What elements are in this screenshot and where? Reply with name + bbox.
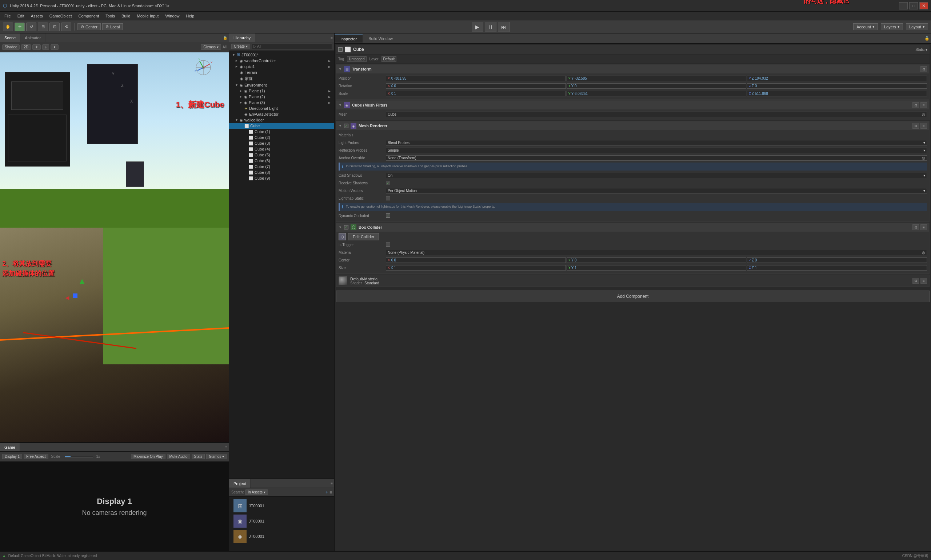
mesh-renderer-settings-icon[interactable]: ⚙ — [913, 123, 919, 129]
hierarchy-item-environment[interactable]: ▼ ◉ Environment — [229, 82, 334, 88]
hierarchy-item-plane3[interactable]: ► ◉ Plane (3) ► — [229, 100, 334, 105]
pos-z-input[interactable]: Z Z 194.932 — [747, 75, 927, 81]
tool-rotate[interactable]: ↺ — [26, 23, 36, 31]
hierarchy-item-dirlight[interactable]: ☀ Directional Light — [229, 105, 334, 111]
layer-dropdown[interactable]: Default — [382, 56, 397, 62]
gizmos-dropdown[interactable]: Gizmos ▾ — [201, 45, 221, 50]
maximize-on-play-btn[interactable]: Maximize On Play — [131, 454, 165, 459]
hierarchy-item-weathercontroller[interactable]: ► ◉ weatherController ► — [229, 58, 334, 64]
stats-btn[interactable]: Stats — [192, 454, 205, 459]
rot-y-input[interactable]: Y Y 0 — [566, 83, 746, 89]
menu-file[interactable]: File — [2, 13, 14, 19]
edit-collider-btn[interactable]: Edit Collider — [348, 233, 379, 240]
anchor-override-dropdown[interactable]: None (Transform) ◎ — [386, 155, 927, 161]
project-item-prefab[interactable]: ◉ JT00001 — [232, 514, 331, 529]
tab-game[interactable]: Game — [0, 443, 20, 451]
hierarchy-item-cube1[interactable]: ⬜ Cube (1) — [229, 129, 334, 135]
hierarchy-search-input[interactable] — [252, 44, 332, 49]
shaded-dropdown[interactable]: Shaded — [2, 45, 20, 50]
collider-material-dropdown[interactable]: None (Physic Material) ◎ — [386, 250, 927, 255]
in-assets-dropdown[interactable]: In Assets ▾ — [245, 489, 268, 495]
center-y-input[interactable]: Y Y 0 — [566, 257, 746, 263]
object-active-checkbox[interactable] — [338, 47, 343, 52]
minimize-button[interactable]: ─ — [899, 2, 908, 9]
transform-settings-icon[interactable]: ⚙ — [920, 66, 927, 72]
scale-x-input[interactable]: X X 1 — [386, 91, 566, 96]
2d-toggle[interactable]: 2D — [21, 45, 31, 50]
tool-move[interactable]: ✛ — [15, 23, 25, 31]
hierarchy-item-jt00001[interactable]: ▼ ⊞ JT00001* — [229, 52, 334, 58]
size-y-input[interactable]: Y Y 1 — [566, 265, 746, 271]
inspector-object-name[interactable]: Cube — [353, 47, 913, 52]
menu-tools[interactable]: Tools — [103, 13, 118, 19]
hierarchy-item-cube[interactable]: ⬜ Cube — [229, 123, 334, 129]
project-add-icon[interactable]: + — [325, 490, 328, 495]
scale-y-input[interactable]: Y Y 6.08251 — [566, 91, 746, 96]
reflection-probes-dropdown[interactable]: Simple ▾ — [386, 148, 927, 153]
tab-hierarchy[interactable]: Hierarchy — [229, 34, 255, 42]
light-probes-dropdown[interactable]: Blend Probes ▾ — [386, 140, 927, 145]
hierarchy-create-btn[interactable]: Create ▾ — [231, 44, 250, 49]
mesh-renderer-header[interactable]: ▼ ◈ Mesh Renderer 3、最后取消Mesh Renderer的勾选… — [336, 122, 929, 130]
menu-component[interactable]: Component — [75, 13, 102, 19]
tab-inspector[interactable]: Inspector — [335, 35, 363, 43]
hierarchy-item-cube5[interactable]: ⬜ Cube (5) — [229, 152, 334, 158]
hierarchy-item-quizi1[interactable]: ► ◉ quizi1 ► — [229, 64, 334, 69]
close-button[interactable]: ✕ — [919, 2, 928, 9]
scale-slider[interactable] — [65, 456, 94, 457]
layout-dropdown[interactable]: Layout ▾ — [906, 23, 928, 30]
play-button[interactable]: ▶ — [472, 22, 483, 32]
dynamic-occluded-checkbox[interactable] — [386, 214, 390, 218]
pause-button[interactable]: ⏸ — [485, 22, 496, 32]
box-collider-active-checkbox[interactable] — [344, 225, 348, 229]
maximize-button[interactable]: □ — [909, 2, 918, 9]
scene-viewport[interactable]: ▲ ◄ X Y Z — [0, 52, 229, 442]
hierarchy-item-jia[interactable]: ◉ 家庭 — [229, 75, 334, 82]
center-z-input[interactable]: Z Z 0 — [747, 257, 927, 263]
hierarchy-item-cube9[interactable]: ⬜ Cube (9) — [229, 175, 334, 181]
menu-mobileinput[interactable]: Mobile Input — [134, 13, 162, 19]
aspect-dropdown[interactable]: Free Aspect — [24, 454, 48, 459]
material-name[interactable]: Default-Material — [350, 277, 909, 281]
mesh-filter-menu-icon[interactable]: ≡ — [920, 102, 927, 108]
cast-shadows-dropdown[interactable]: On ▾ — [386, 173, 927, 178]
tab-build-window[interactable]: Build Window — [363, 35, 399, 42]
box-collider-menu-icon[interactable]: ≡ — [920, 225, 927, 230]
fx-toggle[interactable]: ✦ — [51, 45, 58, 50]
size-z-input[interactable]: Z Z 1 — [747, 265, 927, 271]
add-component-button[interactable]: Add Component — [336, 291, 929, 302]
hierarchy-item-envgas[interactable]: ◉ EnvGasDetector — [229, 111, 334, 117]
hierarchy-item-cube2[interactable]: ⬜ Cube (2) — [229, 135, 334, 140]
box-collider-settings-icon[interactable]: ⚙ — [913, 225, 919, 230]
project-options-btn[interactable]: ≡ — [329, 490, 332, 495]
mesh-renderer-active-checkbox[interactable] — [344, 124, 348, 128]
mute-audio-btn[interactable]: Mute Audio — [167, 454, 190, 459]
rot-z-input[interactable]: Z Z 0 — [747, 83, 927, 89]
hierarchy-item-plane1[interactable]: ► ◉ Plane (1) ► — [229, 88, 334, 94]
menu-build[interactable]: Build — [118, 13, 133, 19]
tag-dropdown[interactable]: Untagged — [347, 56, 366, 62]
account-dropdown[interactable]: Account ▾ — [853, 23, 878, 30]
tool-hand[interactable]: ✋ — [3, 23, 13, 31]
pos-x-input[interactable]: X X -381.95 — [386, 75, 566, 81]
hierarchy-item-terrain[interactable]: ◉ Terrain — [229, 69, 334, 75]
hierarchy-item-cube8[interactable]: ⬜ Cube (8) — [229, 169, 334, 175]
material-menu-icon[interactable]: ≡ — [920, 278, 927, 284]
menu-gameobject[interactable]: GameObject — [46, 13, 75, 19]
project-item-mat[interactable]: ◈ JT00001 — [232, 529, 331, 544]
tool-scale[interactable]: ⊞ — [38, 23, 48, 31]
rot-x-input[interactable]: X X 0 — [386, 83, 566, 89]
step-button[interactable]: ⏭ — [498, 22, 509, 32]
pivot-dropdown[interactable]: ⊙ Center — [77, 23, 101, 30]
lighting-toggle[interactable]: ☀ — [32, 45, 41, 50]
hierarchy-item-cube4[interactable]: ⬜ Cube (4) — [229, 146, 334, 152]
layers-dropdown[interactable]: Layers ▾ — [881, 23, 903, 30]
tool-rect[interactable]: ⊡ — [49, 23, 60, 31]
tab-scene[interactable]: Scene — [0, 34, 20, 42]
lightmap-static-checkbox[interactable] — [386, 196, 390, 200]
project-item-scene[interactable]: ⊞ JT00001 — [232, 498, 331, 514]
receive-shadows-checkbox[interactable] — [386, 181, 390, 185]
gizmos-game-btn[interactable]: Gizmos ▾ — [206, 454, 226, 459]
mesh-filter-header[interactable]: ▼ ◈ Cube (Mesh Filter) ⚙ ≡ — [336, 101, 929, 109]
display-dropdown[interactable]: Display 1 — [2, 454, 22, 459]
